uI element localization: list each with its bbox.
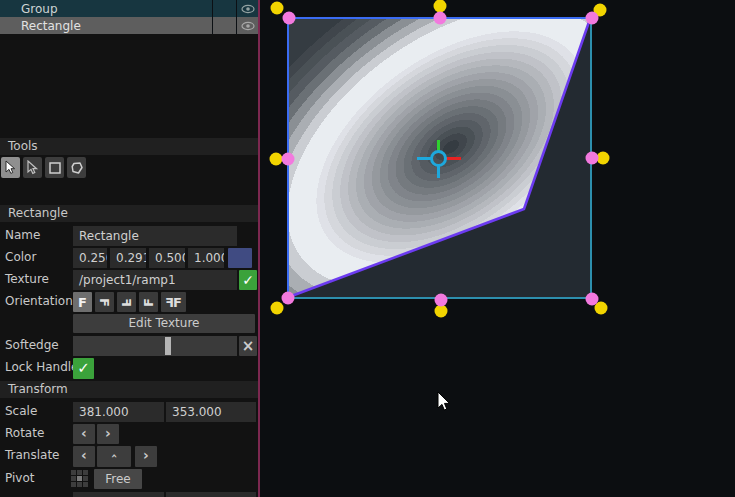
layer-mid-cell [212, 17, 236, 34]
magenta-handle[interactable] [586, 152, 599, 165]
visibility-toggle[interactable] [236, 17, 258, 34]
magenta-handle[interactable] [282, 292, 295, 305]
toolbar [1, 157, 86, 178]
eye-icon [241, 4, 255, 14]
name-input[interactable]: Rectangle [73, 226, 237, 246]
edit-texture-row: Edit Texture [0, 314, 258, 334]
pivot-anchor-grid[interactable] [71, 470, 90, 489]
translate-right-button[interactable]: › [135, 446, 157, 467]
softedge-row: Softedge × [0, 336, 258, 356]
translate-row: Translate ‹ ‹ ‹ › [0, 446, 258, 467]
eye-icon [241, 21, 255, 31]
layer-name[interactable]: Rectangle [0, 19, 212, 33]
rotate-right-button[interactable]: › [97, 424, 119, 444]
rotate-left-button[interactable]: ‹ [73, 424, 95, 444]
scale-y-input[interactable]: 353.000 [166, 402, 256, 422]
softedge-label: Softedge [5, 338, 59, 352]
magenta-handle[interactable] [434, 12, 447, 25]
pivot-gizmo[interactable] [414, 128, 464, 182]
magenta-handle[interactable] [586, 12, 599, 25]
pivot-label: Pivot [5, 471, 34, 485]
translate-label: Translate [5, 448, 60, 462]
properties-header: Rectangle [0, 205, 258, 222]
yellow-handle[interactable] [271, 302, 284, 315]
pivot-circle [432, 152, 446, 166]
magenta-handle[interactable] [283, 12, 296, 25]
clipped-bottom-row [0, 492, 258, 497]
yellow-handle[interactable] [271, 2, 284, 15]
visibility-toggle[interactable] [236, 0, 258, 17]
color-r-input[interactable]: 0.250 [73, 248, 107, 268]
texture-input[interactable]: /project1/ramp1 [73, 270, 237, 290]
translate-updown-button[interactable]: ‹ ‹ [97, 446, 131, 467]
scale-label: Scale [5, 404, 37, 418]
polygon-icon [70, 161, 84, 175]
scale-x-input[interactable]: 381.000 [73, 402, 164, 422]
lock-handle-row: Lock Handle ✓ [0, 358, 258, 379]
magenta-handle[interactable] [282, 153, 295, 166]
texture-row: Texture /project1/ramp1 ✓ [0, 270, 258, 290]
layer-name[interactable]: Group [0, 2, 212, 16]
direct-select-tool-button[interactable] [23, 157, 42, 178]
lock-handle-label: Lock Handle [5, 360, 79, 374]
polygon-tool-button[interactable] [67, 157, 86, 178]
color-swatch[interactable] [228, 248, 252, 268]
orientation-rotate270-button[interactable]: F [139, 292, 158, 312]
texture-label: Texture [5, 272, 49, 286]
softedge-slider[interactable] [73, 336, 237, 356]
lock-handle-checkbox[interactable]: ✓ [73, 358, 94, 379]
name-row: Name Rectangle [0, 226, 258, 246]
color-b-input[interactable]: 0.500 [149, 248, 185, 268]
clipped-field-2[interactable] [166, 492, 256, 497]
magenta-handle[interactable] [586, 293, 599, 306]
orientation-label: Orientation [5, 294, 73, 308]
name-label: Name [5, 228, 40, 242]
rectangle-tool-button[interactable] [45, 157, 64, 178]
transform-header: Transform [0, 381, 258, 398]
select-tool-button[interactable] [1, 157, 20, 178]
orientation-row: Orientation F F F F FF [0, 292, 258, 312]
orientation-rotate90-button[interactable]: F [95, 292, 114, 312]
orientation-rotate90-mirror-button[interactable]: F [117, 292, 136, 312]
layer-row-rectangle[interactable]: Rectangle [0, 17, 258, 34]
layer-row-group[interactable]: Group [0, 0, 258, 17]
edit-texture-button[interactable]: Edit Texture [73, 314, 255, 333]
tools-header: Tools [0, 138, 258, 155]
rotate-row: Rotate ‹ › [0, 424, 258, 444]
rotate-label: Rotate [5, 426, 44, 440]
color-g-input[interactable]: 0.291 [110, 248, 146, 268]
orientation-mirror-pair-button[interactable]: FF [161, 292, 186, 312]
left-panel: Group Rectangle Tools [0, 0, 258, 497]
color-a-input[interactable]: 1.000 [188, 248, 224, 268]
magenta-handle[interactable] [435, 294, 448, 307]
scale-row: Scale 381.000 353.000 [0, 402, 258, 422]
softedge-slider-thumb[interactable] [165, 337, 171, 355]
rectangle-icon [48, 161, 62, 175]
outline-arrow-icon [26, 160, 39, 175]
cursor-arrow-icon [4, 160, 17, 175]
mouse-cursor [437, 391, 452, 412]
texture-valid-check-icon[interactable]: ✓ [239, 270, 257, 290]
pivot-row: Pivot Free [0, 469, 258, 489]
layer-mid-cell [212, 0, 236, 17]
clipped-field-1[interactable] [73, 492, 164, 497]
viewport-canvas[interactable] [260, 0, 735, 497]
app-window: Group Rectangle Tools [0, 0, 735, 497]
pivot-mode-button[interactable]: Free [94, 469, 142, 489]
color-label: Color [5, 250, 36, 264]
translate-left-button[interactable]: ‹ [73, 446, 95, 467]
orientation-normal-button[interactable]: F [73, 292, 92, 312]
orientation-buttons: F F F F FF [73, 292, 258, 312]
color-row: Color 0.250 0.291 0.500 1.000 [0, 248, 258, 268]
softedge-clear-button[interactable]: × [239, 336, 257, 356]
